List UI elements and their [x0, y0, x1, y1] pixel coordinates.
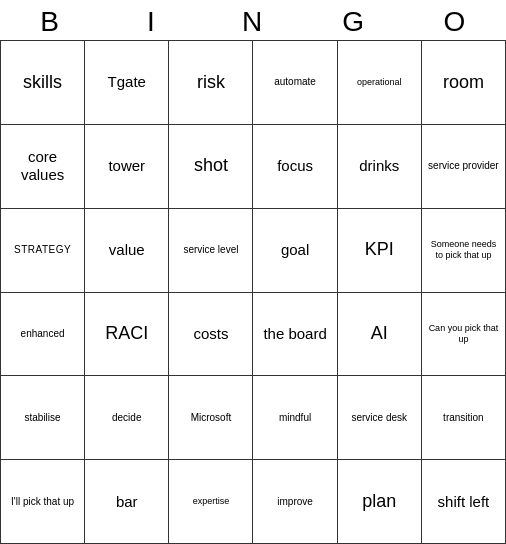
- bingo-cell-15[interactable]: goal: [253, 209, 337, 293]
- bingo-cell-6[interactable]: core values: [1, 125, 85, 209]
- bingo-cell-9[interactable]: focus: [253, 125, 337, 209]
- bingo-cell-0[interactable]: skills: [1, 41, 85, 125]
- bingo-cell-23[interactable]: Can you pick that up: [422, 293, 506, 377]
- bingo-cell-13[interactable]: value: [85, 209, 169, 293]
- bingo-cell-29[interactable]: transition: [422, 376, 506, 460]
- bingo-cell-8[interactable]: shot: [169, 125, 253, 209]
- bingo-cell-17[interactable]: Someone needs to pick that up: [422, 209, 506, 293]
- bingo-cell-16[interactable]: KPI: [338, 209, 422, 293]
- bingo-cell-35[interactable]: shift left: [422, 460, 506, 544]
- bingo-cell-22[interactable]: AI: [338, 293, 422, 377]
- bingo-cell-2[interactable]: risk: [169, 41, 253, 125]
- bingo-cell-31[interactable]: bar: [85, 460, 169, 544]
- header-g: G: [304, 6, 405, 38]
- bingo-cell-20[interactable]: costs: [169, 293, 253, 377]
- bingo-cell-3[interactable]: automate: [253, 41, 337, 125]
- bingo-cell-19[interactable]: RACI: [85, 293, 169, 377]
- header-n: N: [202, 6, 303, 38]
- bingo-cell-11[interactable]: service provider: [422, 125, 506, 209]
- bingo-cell-32[interactable]: expertise: [169, 460, 253, 544]
- header-b: B: [0, 6, 101, 38]
- bingo-grid: skillsTgateriskautomateoperationalroomco…: [0, 40, 506, 544]
- bingo-cell-14[interactable]: service level: [169, 209, 253, 293]
- bingo-cell-21[interactable]: the board: [253, 293, 337, 377]
- bingo-cell-30[interactable]: I'll pick that up: [1, 460, 85, 544]
- bingo-header: B I N G O: [0, 0, 506, 40]
- bingo-cell-7[interactable]: tower: [85, 125, 169, 209]
- bingo-cell-10[interactable]: drinks: [338, 125, 422, 209]
- bingo-cell-4[interactable]: operational: [338, 41, 422, 125]
- bingo-cell-12[interactable]: STRATEGY: [1, 209, 85, 293]
- bingo-cell-33[interactable]: improve: [253, 460, 337, 544]
- bingo-cell-28[interactable]: service desk: [338, 376, 422, 460]
- bingo-cell-24[interactable]: stabilise: [1, 376, 85, 460]
- bingo-cell-34[interactable]: plan: [338, 460, 422, 544]
- bingo-cell-27[interactable]: mindful: [253, 376, 337, 460]
- bingo-cell-18[interactable]: enhanced: [1, 293, 85, 377]
- bingo-cell-1[interactable]: Tgate: [85, 41, 169, 125]
- header-i: I: [101, 6, 202, 38]
- bingo-cell-5[interactable]: room: [422, 41, 506, 125]
- bingo-cell-26[interactable]: Microsoft: [169, 376, 253, 460]
- header-o: O: [405, 6, 506, 38]
- bingo-cell-25[interactable]: decide: [85, 376, 169, 460]
